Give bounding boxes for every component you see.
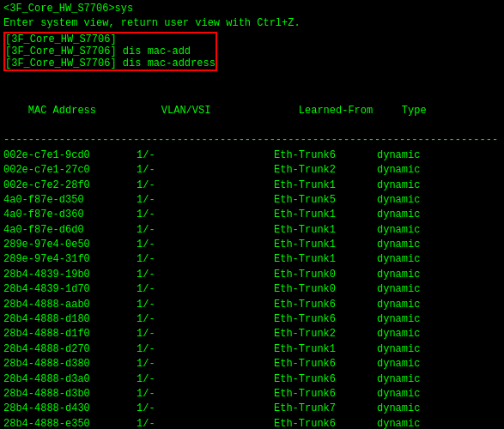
learned-from-cell: Eth-Trunk1: [274, 208, 377, 222]
type-cell: dynamic: [377, 252, 420, 267]
mac-address-cell: 289e-97e4-0e50: [3, 238, 137, 252]
vlan-cell: 1/-: [137, 312, 274, 327]
column-headers: MAC AddressVLAN/VSILearned-FromType: [3, 88, 501, 133]
vlan-cell: 1/-: [137, 268, 274, 282]
type-cell: dynamic: [377, 282, 420, 297]
mac-address-cell: 28b4-4888-d180: [3, 312, 137, 327]
learned-from-cell: Eth-Trunk6: [274, 372, 377, 387]
vlan-cell: 1/-: [137, 238, 274, 252]
table-row: 4a0-f87e-d6d01/-Eth-Trunk1dynamic: [3, 223, 501, 238]
table-row: 28b4-4888-d1801/-Eth-Trunk6dynamic: [3, 312, 501, 327]
mac-address-cell: 002e-c7e1-9cd0: [3, 148, 137, 163]
table-row: 28b4-4888-aab01/-Eth-Trunk6dynamic: [3, 298, 501, 312]
mac-address-cell: 28b4-4888-aab0: [3, 298, 137, 312]
mac-address-cell: 28b4-4839-1d70: [3, 282, 137, 297]
mac-address-cell: 289e-97e4-31f0: [3, 252, 137, 267]
vlan-cell: 1/-: [137, 357, 274, 372]
system-prompt-line: <3F_Core_HW_S7706>sys: [3, 2, 501, 16]
table-row: 28b4-4888-e3501/-Eth-Trunk6dynamic: [3, 417, 501, 429]
learned-from-cell: Eth-Trunk2: [274, 327, 377, 341]
mac-address-cell: 4a0-f87e-d6d0: [3, 223, 137, 238]
type-cell: dynamic: [377, 357, 420, 372]
vlan-cell: 1/-: [137, 208, 274, 222]
vlan-cell: 1/-: [137, 252, 274, 267]
table-row: 289e-97e4-31f01/-Eth-Trunk1dynamic: [3, 252, 501, 267]
vlan-cell: 1/-: [137, 193, 274, 208]
type-cell: dynamic: [377, 238, 420, 252]
cmd1-line: [3F_Core_HW_S7706] dis mac-add: [5, 45, 216, 57]
learned-from-cell: Eth-Trunk1: [274, 223, 377, 238]
learned-from-cell: Eth-Trunk1: [274, 238, 377, 252]
learned-from-cell: Eth-Trunk1: [274, 252, 377, 267]
learned-from-cell: Eth-Trunk6: [274, 312, 377, 327]
table-row: 4a0-f87e-d3601/-Eth-Trunk1dynamic: [3, 208, 501, 222]
table-row: 002e-c7e2-28f01/-Eth-Trunk1dynamic: [3, 178, 501, 193]
type-cell: dynamic: [377, 327, 420, 341]
type-cell: dynamic: [377, 148, 420, 163]
type-cell: dynamic: [377, 387, 420, 402]
vlan-cell: 1/-: [137, 163, 274, 178]
vlan-cell: 1/-: [137, 402, 274, 416]
learned-from-cell: Eth-Trunk2: [274, 163, 377, 178]
mac-address-cell: 28b4-4888-d430: [3, 402, 137, 416]
mac-address-cell: 28b4-4888-d3a0: [3, 372, 137, 387]
type-cell: dynamic: [377, 402, 420, 416]
learned-from-cell: Eth-Trunk6: [274, 298, 377, 312]
vlan-cell: 1/-: [137, 298, 274, 312]
separator-line: ----------------------------------------…: [3, 133, 501, 148]
learned-from-cell: Eth-Trunk6: [274, 148, 377, 163]
vlan-cell: 1/-: [137, 327, 274, 341]
table-row: 289e-97e4-0e501/-Eth-Trunk1dynamic: [3, 238, 501, 252]
mac-address-cell: 4a0-f87e-d350: [3, 193, 137, 208]
learned-from-cell: Eth-Trunk5: [274, 193, 377, 208]
table-row: 28b4-4839-19b01/-Eth-Trunk0dynamic: [3, 268, 501, 282]
type-cell: dynamic: [377, 208, 420, 222]
mac-address-cell: 28b4-4888-d380: [3, 357, 137, 372]
mac-address-cell: 002e-c7e1-27c0: [3, 163, 137, 178]
learned-from-cell: Eth-Trunk6: [274, 417, 377, 429]
enter-view-line: Enter system view, return user view with…: [3, 16, 501, 31]
type-cell: dynamic: [377, 268, 420, 282]
mac-address-cell: 28b4-4888-e350: [3, 417, 137, 429]
learned-from-cell: Eth-Trunk0: [274, 268, 377, 282]
mac-table: 002e-c7e1-9cd01/-Eth-Trunk6dynamic002e-c…: [3, 148, 501, 429]
learned-from-cell: Eth-Trunk7: [274, 402, 377, 416]
vlan-cell: 1/-: [137, 342, 274, 357]
learned-from-cell: Eth-Trunk6: [274, 387, 377, 402]
type-cell: dynamic: [377, 193, 420, 208]
terminal: <3F_Core_HW_S7706>sys Enter system view,…: [0, 0, 504, 429]
vlan-cell: 1/-: [137, 417, 274, 429]
vlan-cell: 1/-: [137, 372, 274, 387]
table-row: 28b4-4888-d4301/-Eth-Trunk7dynamic: [3, 402, 501, 416]
type-cell: dynamic: [377, 417, 420, 429]
type-cell: dynamic: [377, 223, 420, 238]
learned-from-cell: Eth-Trunk1: [274, 178, 377, 193]
vlan-cell: 1/-: [137, 223, 274, 238]
table-row: 28b4-4888-d3a01/-Eth-Trunk6dynamic: [3, 372, 501, 387]
type-cell: dynamic: [377, 298, 420, 312]
mac-address-cell: 002e-c7e2-28f0: [3, 178, 137, 193]
table-row: 28b4-4888-d2701/-Eth-Trunk1dynamic: [3, 342, 501, 357]
table-row: 002e-c7e1-27c01/-Eth-Trunk2dynamic: [3, 163, 501, 178]
vlan-cell: 1/-: [137, 387, 274, 402]
vlan-cell: 1/-: [137, 178, 274, 193]
vlan-cell: 1/-: [137, 148, 274, 163]
table-row: 4a0-f87e-d3501/-Eth-Trunk5dynamic: [3, 193, 501, 208]
learned-from-cell: Eth-Trunk1: [274, 342, 377, 357]
cmd2-line: [3F_Core_HW_S7706] dis mac-address: [5, 57, 216, 69]
vlan-cell: 1/-: [137, 282, 274, 297]
learned-from-cell: Eth-Trunk0: [274, 282, 377, 297]
table-row: 28b4-4839-1d701/-Eth-Trunk0dynamic: [3, 282, 501, 297]
mac-address-cell: 4a0-f87e-d360: [3, 208, 137, 222]
spacer-line: [3, 72, 501, 87]
mac-address-cell: 28b4-4888-d3b0: [3, 387, 137, 402]
mac-address-cell: 28b4-4888-d270: [3, 342, 137, 357]
type-cell: dynamic: [377, 342, 420, 357]
table-row: 28b4-4888-d3b01/-Eth-Trunk6dynamic: [3, 387, 501, 402]
mac-address-cell: 28b4-4839-19b0: [3, 268, 137, 282]
type-cell: dynamic: [377, 178, 420, 193]
type-cell: dynamic: [377, 163, 420, 178]
table-row: 28b4-4888-d1f01/-Eth-Trunk2dynamic: [3, 327, 501, 341]
mac-address-cell: 28b4-4888-d1f0: [3, 327, 137, 341]
type-cell: dynamic: [377, 372, 420, 387]
